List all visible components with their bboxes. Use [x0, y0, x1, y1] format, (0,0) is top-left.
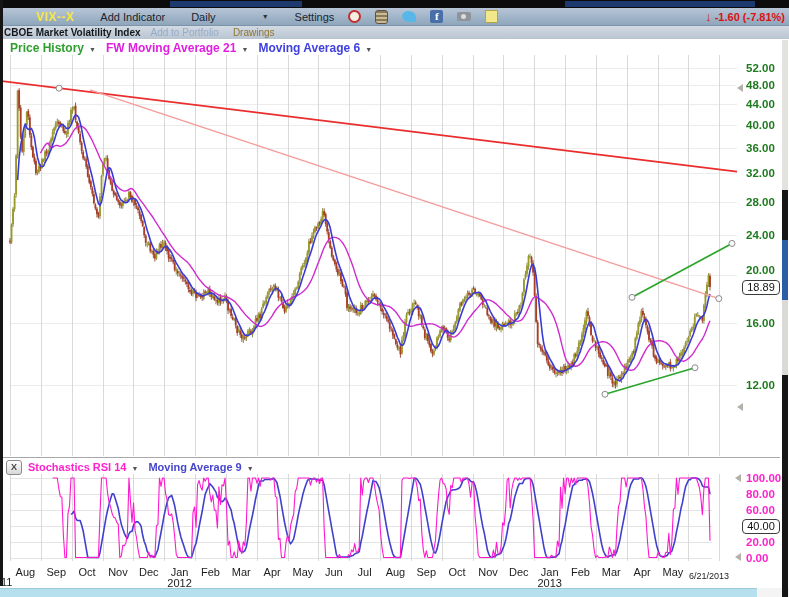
quote-change-value: -1.60 (-7.81%): [715, 11, 785, 23]
month-label: Jul: [350, 566, 380, 578]
drawings-menu[interactable]: Drawings: [233, 27, 275, 38]
chevron-down-icon[interactable]: ▼: [365, 46, 372, 53]
axis-marker-triangle-icon: [735, 553, 741, 561]
month-label: Apr: [257, 566, 287, 578]
price-axis-label: 52.00: [746, 62, 786, 74]
main-chart-legend: Price History▼FW Moving Average 21▼Movin…: [10, 40, 382, 55]
month-label: Feb: [565, 566, 595, 578]
toolbar-icon-group: f: [334, 9, 498, 23]
price-axis-label: 36.00: [746, 142, 786, 154]
timeframe-caret-icon[interactable]: ▼: [262, 13, 269, 20]
facebook-icon[interactable]: f: [430, 10, 443, 23]
price-axis-label: 12.00: [746, 379, 786, 391]
top-edge-blue-segment: [170, 1, 302, 7]
month-label: Oct: [442, 566, 472, 578]
window-left-edge: [0, 0, 3, 586]
symbol-subheader: CBOE Market Volatility Index Add to Port…: [0, 26, 789, 39]
camera-icon[interactable]: [457, 12, 471, 21]
freestockcharts-window: VIX--X Add Indicator Daily ▼ Settings f …: [0, 0, 789, 597]
price-axis-label: 16.00: [746, 317, 786, 329]
legend-fw-moving-average-21-label: FW Moving Average 21: [106, 41, 236, 55]
top-edge-blue-segment: [565, 1, 755, 7]
quote-change-readout: ↓ -1.60 (-7.81%): [705, 9, 785, 24]
month-label: Nov: [103, 566, 133, 578]
last-price-badge: 18.89: [742, 280, 780, 295]
price-axis-label: 48.00: [746, 79, 786, 91]
vertical-scrollbar-track[interactable]: [782, 40, 788, 190]
coins-icon[interactable]: [375, 10, 388, 24]
month-label: Apr: [627, 566, 657, 578]
axis-marker-triangle-icon: [735, 474, 741, 482]
chevron-down-icon[interactable]: ▼: [131, 465, 138, 472]
month-label: Aug: [380, 566, 410, 578]
symbol-full-name: CBOE Market Volatility Index: [4, 27, 141, 38]
month-label: Oct: [72, 566, 102, 578]
legend-moving-average-9-label: Moving Average 9: [148, 461, 241, 473]
vertical-scrollbar-thumb[interactable]: [782, 240, 788, 300]
year-label-2011-partial: 11: [1, 576, 12, 588]
stoch-panel-legend: Stochastics RSI 14▼Moving Average 9▼: [28, 460, 264, 474]
price-axis-label: 40.00: [746, 119, 786, 131]
legend-moving-average-9[interactable]: Moving Average 9▼: [148, 461, 253, 473]
alarm-clock-icon[interactable]: [348, 10, 361, 23]
month-label: Sep: [41, 566, 71, 578]
note-icon[interactable]: [485, 10, 498, 23]
month-label: Sep: [411, 566, 441, 578]
price-axis-label: 20.00: [746, 264, 786, 276]
chevron-down-icon[interactable]: ▼: [247, 465, 254, 472]
legend-moving-average-6[interactable]: Moving Average 6▼: [258, 41, 372, 55]
down-arrow-icon: ↓: [705, 9, 712, 24]
add-indicator-button[interactable]: Add Indicator: [100, 11, 165, 23]
timeframe-dropdown[interactable]: Daily: [191, 11, 215, 23]
legend-fw-moving-average-21[interactable]: FW Moving Average 21▼: [106, 41, 248, 55]
main-toolbar: VIX--X Add Indicator Daily ▼ Settings f: [0, 8, 789, 26]
price-axis-label: 24.00: [746, 229, 786, 241]
month-label: Mar: [596, 566, 626, 578]
month-label: Mar: [226, 566, 256, 578]
last-date-label: 6/21/2013: [682, 571, 736, 581]
price-chart-canvas[interactable]: [0, 0, 789, 597]
legend-moving-average-6-label: Moving Average 6: [258, 41, 360, 55]
month-label: Jun: [319, 566, 349, 578]
month-label: Nov: [473, 566, 503, 578]
symbol-label[interactable]: VIX--X: [36, 10, 74, 24]
chevron-down-icon[interactable]: ▼: [241, 46, 248, 53]
vertical-scrollbar-track[interactable]: [782, 300, 788, 375]
price-axis-label: 32.00: [746, 167, 786, 179]
month-label: Feb: [195, 566, 225, 578]
chevron-down-icon[interactable]: ▼: [89, 46, 96, 53]
vertical-scrollbar-track: [782, 375, 788, 597]
legend-price-history-label: Price History: [10, 41, 84, 55]
legend-price-history[interactable]: Price History▼: [10, 41, 96, 55]
twitter-icon[interactable]: [402, 11, 416, 22]
legend-stochastics-rsi-14[interactable]: Stochastics RSI 14▼: [28, 461, 138, 473]
axis-marker-triangle-icon: [737, 84, 743, 92]
stoch-current-value-badge: 40.00: [742, 519, 780, 534]
month-label: Aug: [10, 566, 40, 578]
stoch-panel-close-button[interactable]: X: [6, 460, 22, 475]
window-top-edge: [0, 0, 789, 8]
vertical-scrollbar-track: [782, 190, 788, 240]
axis-marker-triangle-icon: [737, 403, 743, 411]
month-label: May: [288, 566, 318, 578]
price-axis-label: 28.00: [746, 196, 786, 208]
add-to-portfolio-button[interactable]: Add to Portfolio: [151, 27, 219, 38]
horizontal-scrollbar[interactable]: [0, 588, 757, 597]
legend-stochastics-rsi-14-label: Stochastics RSI 14: [28, 461, 126, 473]
settings-button[interactable]: Settings: [295, 11, 335, 23]
price-axis-label: 44.00: [746, 98, 786, 110]
